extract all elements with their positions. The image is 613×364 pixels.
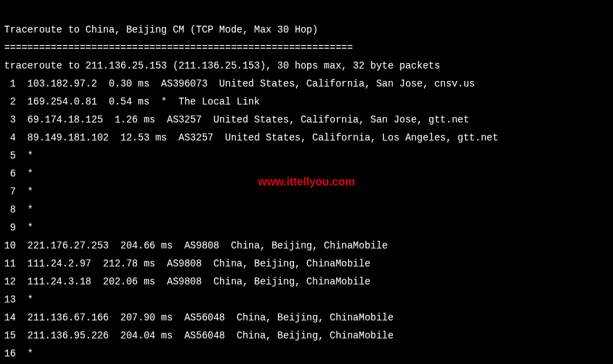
terminal-output: Traceroute to China, Beijing CM (TCP Mod… [0, 0, 613, 364]
trace-title: Traceroute to China, Beijing CM (TCP Mod… [4, 24, 318, 35]
trace-intro: traceroute to 211.136.25.153 (211.136.25… [4, 60, 440, 71]
hop-list: 1 103.182.97.2 0.30 ms AS396073 United S… [4, 75, 609, 364]
separator-line: ========================================… [4, 42, 353, 53]
